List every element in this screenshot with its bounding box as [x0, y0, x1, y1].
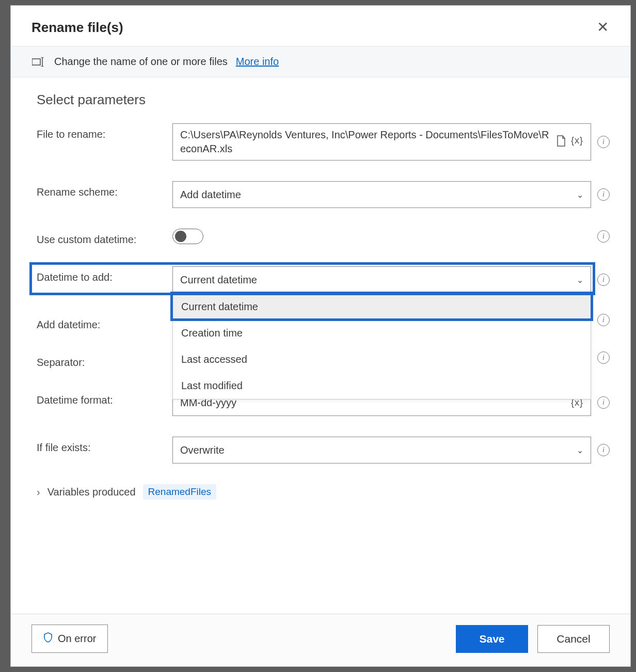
chevron-down-icon: ⌄: [577, 275, 583, 285]
dropdown-item-current-datetime[interactable]: Current datetime: [173, 294, 591, 320]
section-title: Select parameters: [37, 92, 610, 108]
use-custom-datetime-toggle[interactable]: [172, 229, 203, 244]
datetime-to-add-select[interactable]: Current datetime ⌄: [172, 266, 591, 293]
dropdown-item-last-accessed[interactable]: Last accessed: [173, 346, 591, 373]
control-file-to-rename: C:\Users\PA\Reynolds Ventures, Inc\Power…: [172, 123, 610, 161]
help-icon[interactable]: i: [597, 274, 610, 286]
shield-icon: [43, 632, 53, 645]
help-icon[interactable]: i: [597, 396, 610, 409]
datetime-to-add-dropdown: Current datetime Creation time Last acce…: [172, 293, 591, 399]
rename-files-dialog: Rename file(s) ✕ Change the name of one …: [10, 5, 631, 667]
chevron-down-icon: ⌄: [577, 190, 583, 200]
more-info-link[interactable]: More info: [236, 56, 279, 68]
if-file-exists-select[interactable]: Overwrite ⌄: [172, 437, 591, 463]
file-to-rename-input[interactable]: C:\Users\PA\Reynolds Ventures, Inc\Power…: [172, 123, 591, 161]
variable-pill[interactable]: RenamedFiles: [143, 484, 217, 500]
on-error-button[interactable]: On error: [31, 625, 108, 653]
dropdown-item-last-modified[interactable]: Last modified: [173, 373, 591, 399]
row-rename-scheme: Rename scheme: Add datetime ⌄ i: [37, 181, 610, 208]
help-icon[interactable]: i: [597, 314, 610, 326]
rename-scheme-select[interactable]: Add datetime ⌄: [172, 181, 591, 208]
if-file-exists-value: Overwrite: [180, 444, 225, 456]
control-rename-scheme: Add datetime ⌄ i: [172, 181, 610, 208]
info-bar: Change the name of one or more files Mor…: [11, 46, 630, 77]
datetime-to-add-value: Current datetime: [180, 274, 257, 286]
file-to-rename-value: C:\Users\PA\Reynolds Ventures, Inc\Power…: [180, 128, 551, 156]
rename-scheme-value: Add datetime: [180, 189, 241, 201]
help-icon[interactable]: i: [597, 188, 610, 201]
label-datetime-format: Datetime format:: [37, 389, 163, 406]
save-button[interactable]: Save: [456, 625, 528, 653]
control-if-file-exists: Overwrite ⌄ i: [172, 437, 610, 463]
variable-picker-icon[interactable]: {x}: [571, 135, 583, 149]
help-icon[interactable]: i: [597, 444, 610, 456]
control-datetime-to-add: Current datetime ⌄ i: [172, 266, 610, 293]
row-use-custom-datetime: Use custom datetime: i: [37, 229, 610, 246]
cancel-button[interactable]: Cancel: [537, 625, 610, 653]
label-if-file-exists: If file exists:: [37, 437, 163, 454]
row-file-to-rename: File to rename: C:\Users\PA\Reynolds Ven…: [37, 123, 610, 161]
help-icon[interactable]: i: [597, 351, 610, 364]
label-datetime-to-add: Datetime to add:: [37, 266, 163, 283]
svg-rect-0: [32, 59, 40, 65]
label-add-datetime: Add datetime:: [37, 314, 163, 331]
close-icon[interactable]: ✕: [592, 18, 614, 37]
label-use-custom-datetime: Use custom datetime:: [37, 229, 163, 246]
help-icon[interactable]: i: [597, 230, 610, 243]
help-icon[interactable]: i: [597, 136, 610, 148]
variables-produced-label: Variables produced: [47, 486, 136, 498]
label-rename-scheme: Rename scheme:: [37, 181, 163, 198]
chevron-down-icon: ⌄: [577, 445, 583, 455]
dialog-header: Rename file(s) ✕: [11, 6, 630, 46]
dropdown-item-creation-time[interactable]: Creation time: [173, 320, 591, 346]
row-if-file-exists: If file exists: Overwrite ⌄ i: [37, 437, 610, 463]
dialog-footer: On error Save Cancel: [11, 614, 630, 666]
control-use-custom-datetime: i: [172, 229, 610, 244]
file-picker-icon[interactable]: [556, 135, 566, 149]
on-error-label: On error: [58, 633, 96, 645]
label-file-to-rename: File to rename:: [37, 123, 163, 140]
toggle-knob: [175, 231, 186, 242]
variables-expander[interactable]: ›: [37, 486, 40, 498]
variables-produced-row: › Variables produced RenamedFiles: [37, 484, 610, 500]
footer-right-buttons: Save Cancel: [456, 625, 610, 653]
rename-file-icon: [31, 57, 46, 67]
label-separator: Separator:: [37, 351, 163, 369]
info-text: Change the name of one or more files: [54, 56, 228, 68]
dialog-body: Select parameters File to rename: C:\Use…: [11, 77, 630, 614]
dialog-title: Rename file(s): [31, 20, 123, 36]
row-datetime-to-add: Datetime to add: Current datetime ⌄ i: [37, 266, 610, 293]
